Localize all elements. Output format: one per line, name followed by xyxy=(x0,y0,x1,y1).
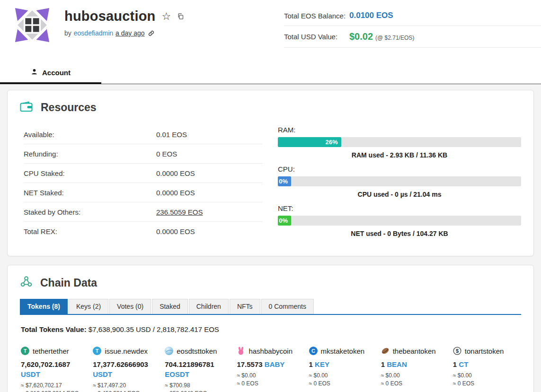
resource-label: Available: xyxy=(24,131,156,139)
token-symbol[interactable]: BEAN xyxy=(387,360,407,368)
svg-text:$: $ xyxy=(456,348,459,354)
net-label: NET: xyxy=(278,204,521,212)
token-symbol[interactable]: CT xyxy=(459,360,468,368)
token-symbol[interactable]: BABY xyxy=(265,360,285,368)
cpu-usage: CPU used - 0 µs / 21.04 ms xyxy=(278,191,521,198)
token-contract[interactable]: hashbabycoin xyxy=(248,347,293,355)
token-amount: 1 xyxy=(453,360,457,368)
token-symbol[interactable]: USDT xyxy=(21,370,40,378)
account-header: hubosauction ☆ by eosdefiadmin a day ago xyxy=(0,0,541,84)
resource-row-net-staked: NET Staked: 0.0000 EOS xyxy=(24,183,263,202)
tab-keys[interactable]: Keys (2) xyxy=(69,299,108,314)
chain-data-card: Chain Data Tokens (8) Keys (2) Votes (0)… xyxy=(7,265,534,392)
token-contract[interactable]: tethertether xyxy=(33,347,69,355)
token-usd-value: ≈ $0.00 xyxy=(381,372,449,379)
resource-row-staked-by-others: Staked by Others: 236.5059 EOS xyxy=(24,202,263,222)
account-name: hubosauction xyxy=(64,9,156,24)
tab-children[interactable]: Children xyxy=(189,299,229,314)
token-card-thebeantoken: thebeantoken 1 BEAN ≈ $0.00 ≈ 0 EOS xyxy=(381,347,449,392)
usd-value-row: Total USD Value: $0.02 (@ $2.71/EOS) xyxy=(284,26,541,48)
tab-tokens[interactable]: Tokens (8) xyxy=(20,299,68,314)
dollar-coin-icon: $ xyxy=(453,347,461,355)
key-token-icon: C xyxy=(309,347,318,355)
tab-nfts[interactable]: NFTs xyxy=(230,299,260,314)
resource-row-available: Available: 0.01 EOS xyxy=(24,125,263,144)
token-amount: 17,377.62666903 xyxy=(93,360,148,368)
ram-bar-fill: 26% xyxy=(278,137,341,147)
person-icon xyxy=(31,68,38,77)
net-percent: 0% xyxy=(279,217,288,224)
chain-data-title: Chain Data xyxy=(40,277,97,289)
token-usd-value: ≈ $17,497.20 xyxy=(93,382,161,389)
token-usd-value: ≈ $7,620,702.17 xyxy=(21,382,89,389)
cpu-bar: 0% xyxy=(278,176,521,186)
resources-title: Resources xyxy=(41,101,97,114)
resource-label: Refunding: xyxy=(24,150,156,158)
resource-label: CPU Staked: xyxy=(24,169,156,177)
resource-bars: RAM: 26% RAM used - 2.93 KB / 11.36 KB C… xyxy=(278,125,521,244)
bean-icon xyxy=(381,347,390,355)
chain-data-tabbar: Tokens (8) Keys (2) Votes (0) Staked Chi… xyxy=(20,299,521,315)
token-contract[interactable]: issue.newdex xyxy=(105,347,148,355)
tether-icon: T xyxy=(21,347,29,355)
token-eos-value: ≈ 6,456.5314 EOS xyxy=(93,390,161,392)
token-amount: 1 xyxy=(309,360,313,368)
token-contract[interactable]: eosdtsttoken xyxy=(177,347,217,355)
tab-comments[interactable]: 0 Comments xyxy=(261,299,314,314)
total-tokens-line: Total Tokens Value: $7,638,900.35 USD / … xyxy=(20,325,521,333)
token-card-mkstaketoken: C mkstaketoken 1 KEY ≈ $0.00 ≈ 0 EOS xyxy=(309,347,377,392)
usd-rate: (@ $2.71/EOS) xyxy=(375,32,414,41)
staked-by-others-link[interactable]: 236.5059 EOS xyxy=(156,208,203,216)
cpu-bar-group: CPU: 0% CPU used - 0 µs / 21.04 ms xyxy=(278,165,521,198)
token-contract[interactable]: thebeantoken xyxy=(393,347,436,355)
main-content: Resources Available: 0.01 EOS Refunding:… xyxy=(0,84,541,392)
resource-value: 0.0000 EOS xyxy=(156,189,195,197)
newdex-usdt-icon: T xyxy=(93,347,101,355)
ram-usage: RAM used - 2.93 KB / 11.36 KB xyxy=(278,151,521,159)
byline: by eosdefiadmin a day ago xyxy=(64,29,184,37)
token-eos-value: ≈ 258.6642 EOS xyxy=(165,390,233,392)
token-contract[interactable]: mkstaketoken xyxy=(321,347,365,355)
svg-text:C: C xyxy=(311,348,315,354)
token-symbol[interactable]: EOSDT xyxy=(165,370,189,378)
ram-label: RAM: xyxy=(278,126,521,134)
net-usage: NET used - 0 Bytes / 104.27 KB xyxy=(278,230,521,237)
cpu-bar-fill: 0% xyxy=(278,176,291,186)
page: hubosauction ☆ by eosdefiadmin a day ago xyxy=(0,0,541,392)
eos-balance-row: Total EOS Balance: 0.0100 EOS xyxy=(284,6,541,26)
token-eos-value: ≈ 0 EOS xyxy=(237,380,305,387)
tab-votes[interactable]: Votes (0) xyxy=(109,299,151,314)
eos-balance-value: 0.0100 EOS xyxy=(349,11,393,20)
wallet-icon xyxy=(20,101,33,114)
link-icon[interactable] xyxy=(148,30,154,36)
token-symbol[interactable]: KEY xyxy=(315,360,329,368)
ram-bar-group: RAM: 26% RAM used - 2.93 KB / 11.36 KB xyxy=(278,126,521,159)
svg-text:T: T xyxy=(24,348,27,354)
header-row: hubosauction ☆ by eosdefiadmin a day ago xyxy=(0,5,541,48)
tab-staked[interactable]: Staked xyxy=(152,299,188,314)
token-amount: 7,620,702.1687 xyxy=(21,360,70,368)
token-contract[interactable]: tonartstoken xyxy=(465,347,504,355)
author-link[interactable]: eosdefiadmin xyxy=(74,29,113,37)
eosdt-sphere-icon xyxy=(165,347,173,355)
token-eos-value: ≈ 2,812,067.2214 EOS xyxy=(21,390,89,392)
age-link[interactable]: a day ago xyxy=(115,29,145,37)
resource-value: 0.01 EOS xyxy=(156,131,187,139)
token-symbol[interactable]: USDT xyxy=(93,370,112,378)
token-usd-value: ≈ $0.00 xyxy=(453,372,521,379)
copy-icon[interactable] xyxy=(177,13,184,20)
star-icon[interactable]: ☆ xyxy=(162,11,171,22)
usd-value-label: Total USD Value: xyxy=(284,33,349,41)
token-card-hashbabycoin: hashbabycoin 17.5573 BABY ≈ $0.00 ≈ 0 EO… xyxy=(237,347,305,392)
resource-row-refunding: Refunding: 0 EOS xyxy=(24,144,263,164)
ram-percent: 26% xyxy=(326,139,338,146)
rabbit-icon xyxy=(237,347,245,355)
token-usd-value: ≈ $700.98 xyxy=(165,382,233,389)
tab-account[interactable]: Account xyxy=(0,62,101,84)
token-usd-value: ≈ $0.00 xyxy=(309,372,377,379)
token-eos-value: ≈ 0 EOS xyxy=(453,380,521,387)
nodes-icon xyxy=(20,276,33,290)
by-label: by xyxy=(64,29,71,37)
token-eos-value: ≈ 0 EOS xyxy=(381,380,449,387)
eos-balance-label: Total EOS Balance: xyxy=(284,12,349,20)
